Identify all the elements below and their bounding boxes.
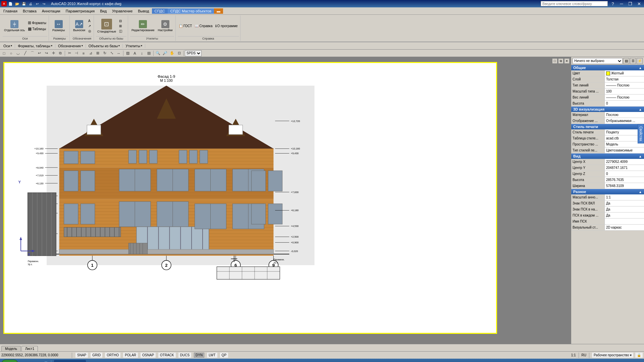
properties-vertical-tab[interactable]: Свойства xyxy=(638,124,644,143)
minimize-btn[interactable]: ─ xyxy=(618,1,625,7)
ribbon-btn-osi1[interactable]: ╪ Отдельная ось xyxy=(3,19,26,33)
prop-value-vysota[interactable]: 0 xyxy=(605,101,644,106)
search-box[interactable] xyxy=(541,1,608,6)
prop-value-sloi[interactable]: Толстая xyxy=(605,76,644,82)
tb-mirror[interactable]: ⊿ xyxy=(87,50,94,57)
status-lock[interactable]: 🔒 xyxy=(635,353,643,358)
menu-glavnaya[interactable]: Главная xyxy=(1,8,20,14)
tb-move[interactable]: ✛ xyxy=(50,50,57,57)
menu-vid[interactable]: Вид xyxy=(97,8,109,14)
spds-dropdown[interactable]: SPDS xyxy=(185,50,202,56)
status-otrack[interactable]: OTRACK xyxy=(158,353,176,358)
ribbon-btn-settings[interactable]: ⚙ Настройки xyxy=(156,19,174,33)
panel-props-btn[interactable]: ☰ xyxy=(630,58,636,64)
tb-pan[interactable]: ✋ xyxy=(169,50,175,57)
help-btn[interactable]: ? xyxy=(609,1,616,7)
tb-array[interactable]: ⊞ xyxy=(94,50,101,57)
ribbon-btn-oznach3[interactable]: ◎ xyxy=(87,29,92,33)
prop-value-tip-stilei[interactable]: Цветозависимые xyxy=(605,147,644,153)
prop-value-znak-psk-vkl[interactable]: Да xyxy=(605,200,644,206)
tb-trim[interactable]: ✂ xyxy=(66,50,73,57)
redo-btn[interactable]: ↪ xyxy=(41,1,47,7)
selection-dropdown[interactable]: Ничего не выбрано xyxy=(573,58,623,64)
tb-arc[interactable]: ◡ xyxy=(15,50,21,57)
tb-circle[interactable]: ○ xyxy=(8,50,14,57)
prop-value-znak-psk-na[interactable]: Да xyxy=(605,206,644,212)
status-ducs[interactable]: DUCS xyxy=(178,353,191,358)
tb-dim[interactable]: ↕ xyxy=(139,50,145,57)
prop-value-shirina[interactable]: 57848.3109 xyxy=(605,183,644,189)
canvas-area[interactable]: Фасад 1-9 М 1:100 xyxy=(0,57,571,344)
prop-value-masshtab[interactable]: 100 xyxy=(605,88,644,94)
panel-quick-btn[interactable]: ⚡ xyxy=(637,58,643,64)
ribbon-btn-obj2[interactable]: ⊞ xyxy=(118,24,123,28)
ribbon-btn-formats[interactable]: ⊞ Форматы xyxy=(27,20,47,25)
section-raznoe-header[interactable]: Разное ▲ xyxy=(571,189,644,194)
status-lwt[interactable]: LWT xyxy=(207,353,217,358)
tb-redo2[interactable]: ↪ xyxy=(43,50,50,57)
status-dyn[interactable]: DYN xyxy=(194,353,204,358)
ribbon-btn-razmery[interactable]: ↔ Размеры xyxy=(51,19,66,33)
ribbon-btn-oznach2[interactable]: ↗ xyxy=(87,24,92,28)
tb-scale[interactable]: ⤡ xyxy=(108,50,115,57)
prop-value-centr-x[interactable]: 2279052.4099 xyxy=(605,159,644,165)
taskbar-autocad[interactable]: A AutoCAD 2010 xyxy=(54,360,86,362)
restore-vp-btn[interactable]: ⧉ xyxy=(558,58,564,64)
tb-undo2[interactable]: ↩ xyxy=(36,50,43,57)
tb-text[interactable]: A xyxy=(131,50,138,57)
tb-hatch[interactable]: ▨ xyxy=(124,50,131,57)
tb-line[interactable]: ╱ xyxy=(22,50,29,57)
section-3d-header[interactable]: 3D визуализация ▲ xyxy=(571,107,644,112)
maximize-btn[interactable]: ❐ xyxy=(627,1,634,7)
prop-value-material[interactable]: Послою xyxy=(605,112,644,118)
ribbon-btn-gost[interactable]: 📋 ГОСТ xyxy=(178,24,193,28)
prop-value-cvet[interactable]: Желтый xyxy=(605,70,644,76)
tb-rectangle[interactable]: □ xyxy=(1,50,7,57)
section-print-header[interactable]: Стиль печати ▲ xyxy=(571,124,644,129)
menu-vivod[interactable]: Вывод xyxy=(135,8,152,14)
save-btn[interactable]: 💾 xyxy=(21,1,27,7)
tb-zoom-out[interactable]: 🔎 xyxy=(162,50,168,57)
prop-value-centr-z[interactable]: 0 xyxy=(605,171,644,177)
ribbon-btn-obj1[interactable]: ⊟ xyxy=(118,19,123,23)
menu-vstavka[interactable]: Вставка xyxy=(20,8,39,14)
maximize-vp-btn[interactable]: □ xyxy=(552,58,557,64)
start-button[interactable]: ⊞ xyxy=(1,360,18,362)
tb-rotate[interactable]: ↻ xyxy=(101,50,108,57)
section-formats[interactable]: Форматы, таблицы ▾ xyxy=(15,44,55,48)
ribbon-btn-spravka[interactable]: 📖 Справка xyxy=(194,24,213,28)
ribbon-btn-oznach1[interactable]: A xyxy=(87,19,92,23)
prop-value-veslinii[interactable]: ——— Послою xyxy=(605,95,644,100)
prop-value-psk-v-kazh[interactable]: Да xyxy=(605,213,644,218)
status-qp[interactable]: QP xyxy=(220,353,228,358)
taskbar-explorer[interactable]: 📁 xyxy=(36,360,42,362)
menu-annot[interactable]: Аннотации xyxy=(39,8,63,14)
print-btn[interactable]: 🖨 xyxy=(28,1,34,7)
prop-value-masshtab-anno[interactable]: 1:1 xyxy=(605,194,644,200)
tb-stretch[interactable]: ↔ xyxy=(115,50,122,57)
taskbar-show-desktop[interactable]: 🖥 xyxy=(21,360,28,362)
tb-copy[interactable]: ⧉ xyxy=(57,50,64,57)
prop-value-centr-y[interactable]: 2048747.1671 xyxy=(605,165,644,171)
panel-picklist-btn[interactable]: ▤ xyxy=(623,58,629,64)
open-btn[interactable]: 📂 xyxy=(14,1,20,7)
prop-value-viz-stil[interactable]: 2D каркас xyxy=(605,225,644,230)
menu-upravl[interactable]: Управление xyxy=(109,8,135,14)
ribbon-btn-vynoski[interactable]: A↗ Выноски xyxy=(72,19,87,33)
status-osnap[interactable]: OSNAP xyxy=(141,353,156,358)
taskbar-acrobat[interactable]: 📄 xyxy=(43,360,50,362)
section-vid-header[interactable]: Вид ▲ xyxy=(571,154,644,159)
ribbon-btn-obj3[interactable]: ◫ xyxy=(118,29,123,33)
prop-value-imya-psk[interactable] xyxy=(605,219,644,224)
section-osi[interactable]: Оси ▾ xyxy=(1,44,15,48)
prop-value-otobr[interactable]: Отбрасываемая ... xyxy=(605,118,644,124)
prop-value-vysota-vid[interactable]: 28576.7635 xyxy=(605,177,644,183)
ribbon-btn-tables[interactable]: ▦ Таблицы xyxy=(27,26,47,32)
close-btn[interactable]: ✕ xyxy=(635,1,643,7)
new-btn[interactable]: 📄 xyxy=(7,1,13,7)
status-workspace[interactable]: Рабочее пространство ▾ xyxy=(592,353,633,358)
ribbon-btn-about[interactable]: ℹ О программе xyxy=(214,24,239,28)
tb-polyline[interactable]: ⌒ xyxy=(29,50,36,57)
search-input[interactable] xyxy=(542,2,603,6)
tb-offset[interactable]: ≡ xyxy=(80,50,87,57)
